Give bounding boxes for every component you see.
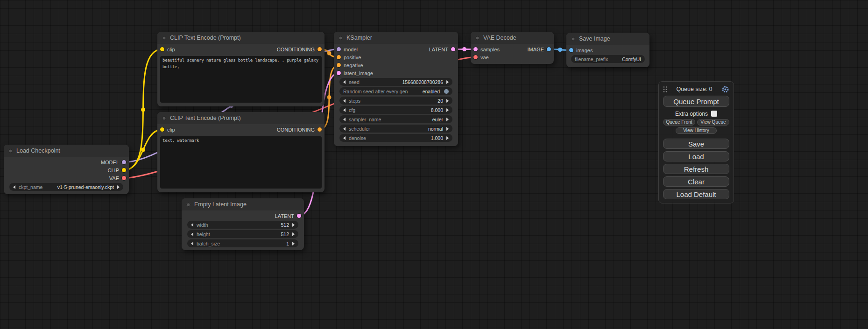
- slot-row: vae: [471, 53, 554, 61]
- output-port-image[interactable]: [547, 47, 551, 51]
- output-port-vae[interactable]: [122, 176, 126, 180]
- increment-arrow-icon[interactable]: [446, 99, 449, 103]
- view-queue-button[interactable]: View Queue: [697, 119, 729, 126]
- prev-arrow-icon[interactable]: [343, 127, 346, 131]
- height-widget[interactable]: height 512: [187, 230, 298, 238]
- next-arrow-icon[interactable]: [446, 136, 449, 140]
- input-port-model[interactable]: [337, 47, 341, 51]
- output-port-clip[interactable]: [122, 168, 126, 172]
- load-button[interactable]: Load: [663, 151, 729, 161]
- increment-arrow-icon[interactable]: [446, 108, 449, 112]
- graph-canvas[interactable]: Load Checkpoint MODEL CLIP VAE: [0, 0, 868, 329]
- random-seed-toggle-widget[interactable]: Random seed after every gen enabled: [339, 87, 452, 95]
- batch-size-widget[interactable]: batch_size 1: [187, 239, 298, 247]
- denoise-widget[interactable]: denoise 1.000: [339, 134, 452, 142]
- increment-arrow-icon[interactable]: [292, 232, 295, 236]
- node-title-bar[interactable]: Empty Latent Image: [182, 198, 304, 210]
- node-empty-latent-image[interactable]: Empty Latent Image LATENT width 512 heig…: [182, 198, 304, 250]
- node-title-bar[interactable]: KSampler: [334, 32, 458, 44]
- input-port-latent-image[interactable]: [337, 71, 341, 75]
- input-port-clip[interactable]: [160, 47, 164, 51]
- node-clip-text-encode-positive[interactable]: CLIP Text Encode (Prompt) clip CONDITION…: [157, 32, 325, 106]
- seed-widget[interactable]: seed 156680208700286: [339, 78, 452, 86]
- node-title-bar[interactable]: VAE Decode: [471, 32, 554, 44]
- decrement-arrow-icon[interactable]: [191, 223, 193, 227]
- output-port-latent[interactable]: [297, 214, 301, 218]
- collapse-dot-icon[interactable]: [162, 116, 166, 120]
- next-arrow-icon[interactable]: [446, 127, 449, 131]
- next-arrow-icon[interactable]: [446, 118, 449, 121]
- node-save-image[interactable]: Save Image images filename_prefix ComfyU…: [566, 33, 649, 67]
- node-vae-decode[interactable]: VAE Decode samples IMAGE vae: [471, 32, 554, 64]
- node-load-checkpoint[interactable]: Load Checkpoint MODEL CLIP VAE: [4, 145, 129, 194]
- save-button[interactable]: Save: [663, 139, 729, 149]
- output-port-model[interactable]: [122, 160, 126, 164]
- input-port-vae[interactable]: [473, 55, 478, 59]
- widget-value: 1.000: [431, 135, 443, 141]
- node-title-bar[interactable]: CLIP Text Encode (Prompt): [157, 112, 325, 124]
- settings-gear-icon[interactable]: [721, 85, 729, 93]
- widget-value: enabled: [423, 89, 440, 94]
- input-port-positive[interactable]: [337, 55, 341, 59]
- slot-row: LATENT: [182, 212, 304, 220]
- filename-prefix-widget[interactable]: filename_prefix ComfyUI: [571, 55, 645, 63]
- output-label-clip: CLIP: [108, 168, 119, 173]
- queue-prompt-button[interactable]: Queue Prompt: [663, 96, 729, 107]
- increment-arrow-icon[interactable]: [292, 242, 295, 245]
- decrement-arrow-icon[interactable]: [343, 80, 346, 84]
- widget-value: euler: [432, 117, 443, 122]
- toggle-dot[interactable]: [444, 89, 449, 94]
- load-default-button[interactable]: Load Default: [663, 189, 729, 199]
- output-port-conditioning[interactable]: [318, 47, 322, 51]
- scheduler-widget[interactable]: scheduler normal: [339, 125, 452, 133]
- input-port-images[interactable]: [569, 48, 573, 52]
- node-title-bar[interactable]: CLIP Text Encode (Prompt): [157, 32, 325, 44]
- decrement-arrow-icon[interactable]: [191, 242, 193, 245]
- output-port-latent[interactable]: [451, 47, 455, 51]
- positive-prompt-textarea[interactable]: beautiful scenery nature glass bottle la…: [160, 56, 322, 103]
- clear-button[interactable]: Clear: [663, 176, 729, 187]
- widget-name: ckpt_name: [19, 184, 42, 190]
- decrement-arrow-icon[interactable]: [343, 108, 346, 112]
- link-midpoint-dot: [327, 51, 332, 56]
- collapse-dot-icon[interactable]: [571, 37, 575, 41]
- width-widget[interactable]: width 512: [187, 221, 298, 229]
- view-history-button[interactable]: View History: [676, 127, 717, 134]
- cfg-widget[interactable]: cfg 8.000: [339, 106, 452, 114]
- drag-handle-icon[interactable]: [663, 86, 667, 93]
- queue-front-button[interactable]: Queue Front: [663, 119, 695, 126]
- collapse-dot-icon[interactable]: [186, 203, 191, 207]
- refresh-button[interactable]: Refresh: [663, 164, 729, 174]
- collapse-dot-icon[interactable]: [8, 149, 13, 153]
- slot-row: latent_image: [334, 69, 458, 77]
- next-arrow-icon[interactable]: [117, 185, 120, 189]
- slot-row: CLIP: [4, 166, 129, 174]
- input-port-clip[interactable]: [160, 127, 164, 132]
- decrement-arrow-icon[interactable]: [343, 99, 346, 103]
- node-title-bar[interactable]: Save Image: [566, 33, 649, 45]
- node-ksampler[interactable]: KSampler model LATENT positive: [334, 32, 458, 146]
- node-title: Load Checkpoint: [16, 147, 60, 154]
- collapse-dot-icon[interactable]: [162, 36, 166, 40]
- extra-options-checkbox[interactable]: [711, 111, 717, 117]
- collapse-dot-icon[interactable]: [339, 36, 343, 40]
- node-title-bar[interactable]: Load Checkpoint: [4, 145, 129, 157]
- collapse-dot-icon[interactable]: [475, 36, 480, 40]
- input-port-negative[interactable]: [337, 63, 341, 67]
- steps-widget[interactable]: steps 20: [339, 97, 452, 105]
- output-port-conditioning[interactable]: [318, 127, 322, 132]
- decrement-arrow-icon[interactable]: [343, 136, 346, 140]
- node-clip-text-encode-negative[interactable]: CLIP Text Encode (Prompt) clip CONDITION…: [157, 112, 325, 192]
- input-label-samples: samples: [480, 47, 500, 52]
- prev-arrow-icon[interactable]: [343, 118, 346, 121]
- decrement-arrow-icon[interactable]: [191, 232, 193, 236]
- ckpt-name-widget[interactable]: ckpt_name v1-5-pruned-emaonly.ckpt: [9, 183, 123, 191]
- prev-arrow-icon[interactable]: [13, 185, 15, 189]
- widget-name: seed: [349, 79, 360, 85]
- increment-arrow-icon[interactable]: [446, 80, 449, 84]
- link-midpoint-dot: [558, 48, 562, 52]
- sampler-name-widget[interactable]: sampler_name euler: [339, 115, 452, 123]
- increment-arrow-icon[interactable]: [292, 223, 295, 227]
- negative-prompt-textarea[interactable]: text, watermark: [160, 136, 322, 189]
- input-port-samples[interactable]: [473, 47, 478, 51]
